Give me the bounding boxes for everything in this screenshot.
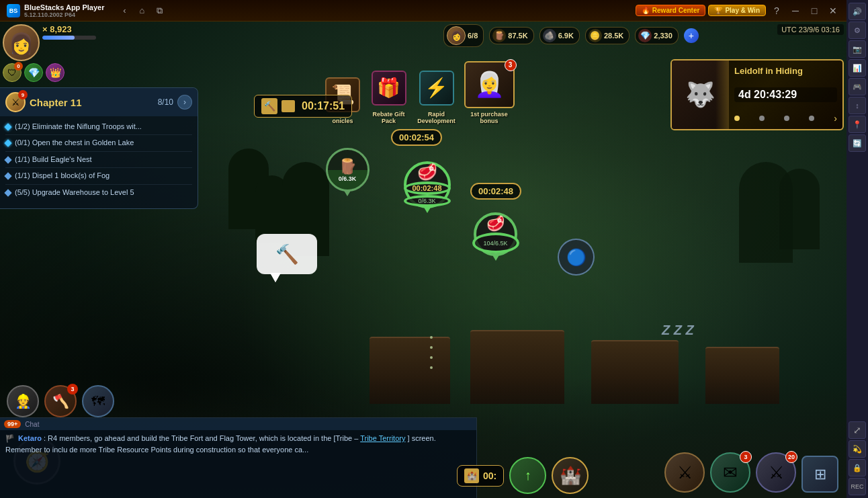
castle-button[interactable]: 🏰 xyxy=(552,457,589,494)
helmet-icon: ⚔ xyxy=(769,462,784,483)
wood-icon: 🪵 xyxy=(492,29,506,42)
mail-icon: ✉ xyxy=(723,462,738,483)
timer-box-icon xyxy=(281,100,295,112)
help-button[interactable]: ? xyxy=(769,3,785,19)
speech-bubble: 🔨 xyxy=(257,234,317,274)
player-name: × 8,923 xyxy=(42,24,96,34)
shield-badge[interactable]: 🛡 0 xyxy=(3,63,21,82)
quest-text-0: (1/2) Eliminate the Niflung Troops wit..… xyxy=(15,122,142,132)
chat-speaker: Ketaro xyxy=(18,434,42,442)
minimize-button[interactable]: ─ xyxy=(787,3,804,19)
chat-flag-icon: 🏴 xyxy=(5,434,15,442)
chat-label: Chat xyxy=(25,421,39,428)
dot-3 xyxy=(784,116,789,121)
axe-count: 3 xyxy=(67,384,78,395)
bluestacks-logo: BS BlueStacks App Player 5.12.110.2002 P… xyxy=(0,3,111,18)
quest-item-0[interactable]: (1/2) Eliminate the Niflung Troops wit..… xyxy=(5,119,192,135)
sidebar-volume-button[interactable]: 🔊 xyxy=(849,3,866,20)
close-button[interactable]: ✕ xyxy=(825,3,841,19)
gem-badge[interactable]: 💎 xyxy=(24,63,43,82)
reward-center-button[interactable]: 🔥 Reward Center xyxy=(636,5,706,16)
hud-mail-button[interactable]: ✉ 3 xyxy=(710,452,750,493)
quest-diamond-0 xyxy=(4,123,11,130)
shield-action-button[interactable]: 🗺 xyxy=(82,385,114,417)
utc-time: UTC 23/9/6 03:16 xyxy=(777,24,844,35)
sidebar-lock-button[interactable]: 🔒 xyxy=(849,459,866,476)
player-xp-bar xyxy=(42,36,96,40)
chapter-header: ⚔ 9 Chapter 11 8/10 › xyxy=(0,88,198,116)
topbar: BS BlueStacks App Player 5.12.110.2002 P… xyxy=(0,0,847,22)
leidolf-banner[interactable]: 🐺 Leidolf in Hiding 4d 20:43:29 › xyxy=(670,59,844,130)
stone-resource[interactable]: 🪨 6.9K xyxy=(539,27,580,44)
sidebar-effects-button[interactable]: 💫 xyxy=(849,440,866,458)
sidebar-location-button[interactable]: 📍 xyxy=(849,116,866,133)
bottom-center-bar: 🏰 00: ↑ 🏰 xyxy=(457,457,589,494)
wood-value: 87.5K xyxy=(508,32,527,40)
sidebar-resize-button[interactable]: ↕ xyxy=(849,97,866,114)
chapter-progress: 8/10 xyxy=(158,97,173,107)
meat-resource-bubble-1[interactable]: 🥩 00:02:48 0/6.3K xyxy=(402,161,452,218)
quest-diamond-1 xyxy=(4,140,11,147)
timer-1: 00:02:54 xyxy=(391,129,442,146)
rapid-dev-event-button[interactable]: ⚡ Rapid Development xyxy=(415,66,458,124)
hud-grid-button[interactable]: ⊞ xyxy=(801,456,838,493)
sidebar-gamepad-button[interactable]: 🎮 xyxy=(849,78,866,95)
up-arrow-button[interactable]: ↑ xyxy=(509,457,546,494)
stone-value: 6.9K xyxy=(558,32,574,40)
crown-badge[interactable]: 👑 xyxy=(46,63,64,82)
quest-text-1: (0/1) Open the chest in Golden Lake xyxy=(15,138,134,148)
gold-resource[interactable]: 🪙 28.5K xyxy=(585,27,630,44)
top-right-controls: 🔥 Reward Center 🏆 Play & Win ? ─ □ ✕ xyxy=(636,3,847,19)
axe-button[interactable]: 🪓 3 xyxy=(44,385,77,417)
trophy-icon: 🏆 xyxy=(714,7,722,14)
rebate-icon: 🎁 xyxy=(372,71,406,106)
quest-list: (1/2) Eliminate the Niflung Troops wit..… xyxy=(0,116,198,203)
tab-button[interactable]: ⧉ xyxy=(151,3,167,19)
sidebar-refresh-button[interactable]: 🔄 xyxy=(849,134,866,152)
app-name: BlueStacks App Player xyxy=(24,3,104,11)
sidebar-settings-button[interactable]: ⚙ xyxy=(849,22,866,39)
quest-diamond-4 xyxy=(4,189,11,196)
chat-badge: 99+ xyxy=(4,420,21,428)
bottom-right-hud: ⚔ ✉ 3 ⚔ 20 ⊞ xyxy=(589,417,844,498)
meat-resource-bubble-2[interactable]: 🥩 104/6.5K xyxy=(470,212,521,269)
bottom-left-actions: 👷 🪓 3 🗺 xyxy=(7,385,114,417)
purchase-bonus-event-button[interactable]: 👩‍🦳 3 1st purchase bonus xyxy=(462,59,516,124)
add-resource-button[interactable]: + xyxy=(684,28,699,43)
hud-helmet-button[interactable]: ⚔ 20 xyxy=(756,452,796,493)
leidolf-arrow[interactable]: › xyxy=(834,113,837,124)
quest-item-4[interactable]: (5/5) Upgrade Warehouse to Level 5 xyxy=(5,185,192,200)
nav-buttons: ‹ ⌂ ⧉ xyxy=(116,3,167,19)
player-fraction[interactable]: 👩 6/8 xyxy=(443,24,484,47)
chapter-icon[interactable]: ⚔ 9 xyxy=(5,92,26,112)
chat-link[interactable]: Tribe Territory xyxy=(360,434,405,442)
rebate-icon-wrap: 🎁 xyxy=(369,66,409,110)
sidebar-expand-button[interactable]: ⤢ xyxy=(849,421,866,439)
worker-button[interactable]: 👷 xyxy=(7,385,39,417)
dot-1 xyxy=(734,116,740,121)
hud-sword-button[interactable]: ⚔ xyxy=(664,452,705,493)
player-info: × 8,923 xyxy=(42,24,96,40)
player-area: 👩 × 8,923 xyxy=(0,22,107,64)
quest-item-1[interactable]: (0/1) Open the chest in Golden Lake xyxy=(5,135,192,151)
purchase-portrait-wrap: 👩‍🦳 3 xyxy=(462,59,516,110)
sidebar-stats-button[interactable]: 📊 xyxy=(849,59,866,77)
gems-resource[interactable]: 💎 2,330 xyxy=(635,27,679,44)
quest-item-2[interactable]: (1/1) Build Eagle's Nest xyxy=(5,152,192,168)
player-resource-avatar: 👩 xyxy=(447,26,466,45)
wood-resource-bubble[interactable]: 🪵 0/6.3K xyxy=(324,148,371,202)
purchase-label: 1st purchase bonus xyxy=(468,111,511,124)
rebate-gift-event-button[interactable]: 🎁 Rebate Gift Pack xyxy=(367,66,410,124)
chapter-nav-button[interactable]: › xyxy=(177,95,192,110)
sidebar-camera-button[interactable]: 📷 xyxy=(849,40,866,58)
wood-resource[interactable]: 🪵 87.5K xyxy=(489,27,533,44)
chat-content[interactable]: 🏴 Ketaro : R4 members, go ahead and buil… xyxy=(0,430,476,458)
quest-diamond-2 xyxy=(4,156,11,163)
home-button[interactable]: ⌂ xyxy=(134,3,150,19)
sidebar-macro-button[interactable]: REC xyxy=(849,478,866,495)
quest-item-3[interactable]: (1/1) Dispel 1 block(s) of Fog xyxy=(5,168,192,184)
back-button[interactable]: ‹ xyxy=(116,3,132,19)
player-avatar[interactable]: 👩 xyxy=(3,24,40,61)
play-win-button[interactable]: 🏆 Play & Win xyxy=(708,5,766,16)
maximize-button[interactable]: □ xyxy=(806,3,822,19)
